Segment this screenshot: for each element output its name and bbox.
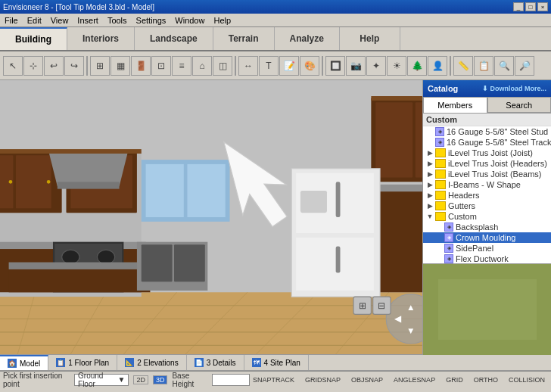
- status-snaptrack[interactable]: SNAPTRACK: [250, 375, 297, 384]
- tree-label: Backsplash: [456, 222, 498, 232]
- tree-item-steel-stud[interactable]: ◈ 16 Gauge 5-5/8" Steel Stud: [423, 126, 551, 137]
- status-grid[interactable]: GRID: [443, 375, 466, 384]
- toolbar-grid[interactable]: ⊞: [90, 56, 110, 76]
- toolbar-door[interactable]: 🚪: [131, 56, 151, 76]
- tab-interiors[interactable]: Interiors: [67, 27, 135, 50]
- menu-file[interactable]: File: [0, 15, 23, 26]
- toolbar-select[interactable]: ⊹: [23, 56, 43, 76]
- toolbar-camera[interactable]: 📷: [346, 56, 366, 76]
- nav-tabs: Building Interiors Landscape Terrain Ana…: [0, 27, 551, 51]
- maximize-button[interactable]: □: [525, 2, 536, 11]
- tree-label: Gutters: [448, 201, 475, 210]
- status-objsnap[interactable]: OBJSNAP: [348, 375, 386, 384]
- menu-settings[interactable]: Settings: [132, 15, 171, 26]
- tree-item-sidepanel[interactable]: ◈ SidePanel: [423, 243, 551, 254]
- svg-rect-46: [142, 244, 173, 282]
- base-height-input[interactable]: [212, 374, 250, 386]
- svg-point-16: [9, 180, 13, 184]
- tab-details[interactable]: 📄 3 Details: [187, 355, 244, 370]
- toolbar-room[interactable]: ◫: [213, 56, 232, 76]
- folder-icon: [435, 201, 446, 210]
- toolbar-stair[interactable]: ≡: [172, 56, 191, 76]
- toolbar-redo[interactable]: ↪: [64, 56, 84, 76]
- tree-item-steel-track[interactable]: ◈ 16 Gauge 5-5/8" Steel Track: [423, 137, 551, 148]
- catalog-tab-search[interactable]: Search: [487, 97, 552, 113]
- toolbar-measure[interactable]: 📏: [453, 56, 473, 76]
- minimize-button[interactable]: _: [513, 2, 524, 11]
- menu-tools[interactable]: Tools: [103, 15, 132, 26]
- status-gridsnap[interactable]: GRIDSNAP: [302, 375, 344, 384]
- toolbar-walls[interactable]: ▦: [111, 56, 130, 76]
- tree-item-crown-moulding[interactable]: ◈ Crown Moulding: [423, 232, 551, 243]
- menu-edit[interactable]: Edit: [23, 15, 46, 26]
- tab-analyze[interactable]: Analyze: [275, 27, 340, 50]
- close-button[interactable]: ×: [537, 2, 548, 11]
- tree-item-trus-headers[interactable]: ▶ iLevel Trus Joist (Headers): [423, 158, 551, 169]
- floor-dropdown[interactable]: Ground Floor ▼: [74, 374, 129, 386]
- tab-terrain[interactable]: Terrain: [213, 27, 275, 50]
- svg-rect-15: [16, 155, 51, 208]
- 3d-viewport[interactable]: ▲ ▼ ◀ ▶ ⊞ ⊟: [0, 80, 422, 354]
- status-ortho[interactable]: ORTHO: [471, 375, 501, 384]
- toolbar-zoom-out[interactable]: 🔎: [515, 56, 534, 76]
- expander-icon: ▶: [426, 181, 434, 188]
- tree-item-trus-beams[interactable]: ▶ iLevel Trus Joist (Beams): [423, 169, 551, 179]
- menu-help[interactable]: Help: [209, 15, 235, 26]
- toolbar-window[interactable]: ⊡: [151, 56, 171, 76]
- window-controls[interactable]: _ □ ×: [513, 2, 548, 11]
- toolbar-dim[interactable]: ↔: [238, 56, 258, 76]
- menu-view[interactable]: View: [46, 15, 73, 26]
- toolbar-render[interactable]: ✦: [366, 56, 386, 76]
- tab-building[interactable]: Building: [0, 27, 67, 50]
- menu-insert[interactable]: Insert: [73, 15, 103, 26]
- toolbar-sun[interactable]: ☀: [387, 56, 406, 76]
- tree-item-ibeams[interactable]: ▶ I-Beams - W Shape: [423, 179, 551, 190]
- tree-item-gutters[interactable]: ▶ Gutters: [423, 201, 551, 211]
- tree-label: SidePanel: [456, 244, 493, 253]
- status-collision[interactable]: COLLISION: [506, 375, 548, 384]
- tab-floor-plan[interactable]: 📋 1 Floor Plan: [48, 355, 117, 370]
- status-anglesnap[interactable]: ANGLESNAP: [391, 375, 438, 384]
- menu-window[interactable]: Window: [170, 15, 209, 26]
- toolbar-tree[interactable]: 🌲: [407, 56, 427, 76]
- folder-icon: [435, 212, 446, 221]
- tab-site-plan-label: 4 Site Plan: [264, 359, 300, 367]
- toolbar-person[interactable]: 👤: [428, 56, 447, 76]
- tab-floor-plan-label: 1 Floor Plan: [68, 359, 109, 367]
- view-3d-icon[interactable]: 3D: [153, 375, 168, 384]
- toolbar-zoom-in[interactable]: 🔍: [494, 56, 514, 76]
- view-2d-icon[interactable]: 2D: [133, 375, 148, 384]
- toolbar-roof[interactable]: ⌂: [192, 56, 212, 76]
- tab-model-label: Model: [20, 359, 40, 368]
- tab-site-plan[interactable]: 🗺 4 Site Plan: [244, 355, 309, 370]
- sep3: [322, 56, 323, 76]
- catalog-tabs: Members Search: [423, 97, 551, 114]
- catalog-tab-members[interactable]: Members: [423, 97, 487, 113]
- tab-model[interactable]: 🏠 Model: [0, 355, 48, 370]
- title-bar: Envisioneer 8 - [Tool Tip Model 3.bld - …: [0, 0, 551, 14]
- toolbar-plan[interactable]: 📋: [474, 56, 493, 76]
- toolbar-3d[interactable]: 🔲: [325, 56, 345, 76]
- tree-item-headers[interactable]: ▶ Headers: [423, 190, 551, 201]
- toolbar-undo[interactable]: ↩: [44, 56, 64, 76]
- tree-item-backsplash[interactable]: ◈ Backsplash: [423, 222, 551, 232]
- svg-rect-38: [336, 247, 341, 273]
- toolbar-material[interactable]: 🎨: [300, 56, 319, 76]
- tab-elevations[interactable]: 📐 2 Elevations: [117, 355, 186, 370]
- catalog-tree: Custom ◈ 16 Gauge 5-5/8" Steel Stud ◈ 16…: [423, 114, 551, 263]
- tab-help[interactable]: Help: [340, 27, 400, 50]
- tree-label: Headers: [448, 191, 480, 200]
- toolbar-text[interactable]: T: [259, 56, 279, 76]
- status-message: Pick first insertion point: [3, 372, 70, 388]
- toolbar-pointer[interactable]: ↖: [3, 56, 23, 76]
- tab-landscape[interactable]: Landscape: [135, 27, 213, 50]
- catalog-download-link[interactable]: ⬇ Download More...: [482, 85, 546, 92]
- tab-elevations-label: 2 Elevations: [137, 359, 178, 367]
- tree-item-trus-joist[interactable]: ▶ iLevel Trus Joist (Joist): [423, 148, 551, 158]
- toolbar-note[interactable]: 📝: [279, 56, 299, 76]
- folder-icon: [435, 180, 446, 189]
- tree-item-flex-ductwork[interactable]: ◈ Flex Ductwork: [423, 254, 551, 263]
- tree-item-custom-folder[interactable]: ▼ Custom: [423, 211, 551, 222]
- sep1: [86, 56, 88, 76]
- svg-rect-40: [9, 266, 151, 292]
